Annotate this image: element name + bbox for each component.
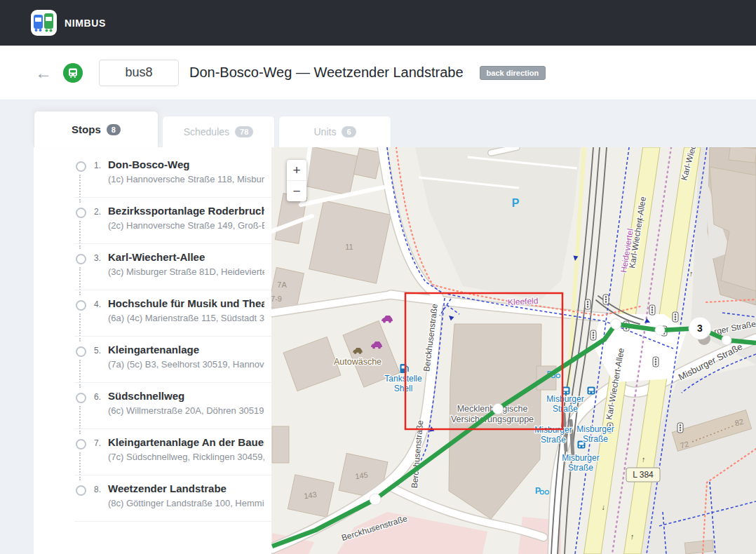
stop-index: 7. — [94, 438, 101, 448]
place-label-kleefeld: Kleefeld — [508, 296, 539, 307]
stop-address: (6c) Willmerstraße 20A, Döhren 30519, H.… — [108, 405, 264, 416]
stop-row-5[interactable]: 5. Kleingartenanlage (7a) (5c) B3, Seelh… — [34, 337, 271, 383]
map-zoom-control: + − — [287, 160, 306, 201]
stop-name: Kleingartenanlage An der Bauerwie... — [108, 436, 264, 448]
traffic-signal-icon — [653, 357, 659, 367]
poi-label-tankstelle: Tankstelle — [384, 374, 422, 384]
tab-units-count: 6 — [342, 126, 356, 137]
parking-icon: P — [512, 197, 520, 209]
traffic-signal-icon — [649, 305, 655, 315]
transit-stop-label: Straße — [583, 434, 608, 444]
map-canvas[interactable]: + − — [271, 147, 756, 554]
nimbus-logo-icon — [34, 13, 54, 32]
transit-stop-label: Misburger — [562, 453, 599, 463]
stop-name: Hochschule für Musik und Theater ... — [108, 297, 264, 309]
stop-row-2[interactable]: 2. Bezirkssportanlage Roderbruch (2c) Ha… — [34, 198, 271, 244]
route-header: ← Don-Bosco-Weg — Weetzender Landstrabe … — [0, 46, 756, 100]
stop-address: (7a) (5c) B3, Seelhorst 30519, Hannover,… — [108, 359, 264, 370]
tab-schedules-label: Schedules — [184, 126, 229, 137]
topbar: NIMBUS — [0, 0, 756, 46]
stop-address: (6a) (4c) Marienstraße 115, Südstadt 301… — [108, 313, 264, 323]
tab-stops-count: 8 — [107, 124, 121, 135]
oneway-arrow: ← — [637, 214, 647, 224]
stop-row-7[interactable]: 7. Kleingartenanlage An der Bauerwie... … — [34, 429, 271, 475]
nimbus-app: NIMBUS ← Don-Bosco-Weg — Weetzender Land… — [0, 0, 756, 554]
stop-circle-icon — [76, 300, 86, 311]
direction-badge: back direction — [480, 66, 546, 80]
page-title: Don-Bosco-Weg — Weetzender Landstrabe — [189, 65, 464, 81]
bus-icon — [63, 63, 83, 83]
poi-label-autowaesche: Autowäsche — [334, 357, 382, 367]
road-ref-badge: L 384 — [626, 468, 660, 482]
transit-stop-label: Straße — [568, 463, 593, 473]
tab-schedules[interactable]: Schedules 78 — [162, 116, 275, 147]
poi-label-tankstelle: Shell — [394, 384, 413, 393]
traffic-signal-icon — [603, 295, 609, 304]
poi-label-versicherung: Versicherungsgruppe — [451, 414, 534, 424]
traffic-signal-icon — [677, 423, 683, 433]
house-number: 143 — [304, 490, 318, 500]
stops-panel: 1. Don-Bosco-Weg (1c) Hannoversche Straß… — [34, 147, 271, 554]
stop-circle-icon — [76, 439, 86, 450]
brand-name: NIMBUS — [65, 18, 106, 29]
tab-units-label: Units — [313, 126, 336, 137]
stop-index: 4. — [94, 299, 101, 309]
transit-stop-label: Misburger — [576, 424, 614, 434]
zoom-out-button[interactable]: − — [287, 180, 306, 201]
traffic-signal-icon — [585, 299, 590, 309]
stop-circle-icon — [76, 161, 86, 172]
tab-units[interactable]: Units 6 — [278, 116, 391, 147]
route-code-input[interactable] — [99, 60, 179, 86]
tab-schedules-count: 78 — [235, 126, 253, 137]
stop-row-3[interactable]: 3. Karl-Wiechert-Allee (3c) Misburger St… — [34, 244, 271, 290]
stop-name: Südschnellweg — [108, 390, 264, 402]
house-number: 145 — [355, 471, 369, 480]
stop-row-4[interactable]: 4. Hochschule für Musik und Theater ... … — [34, 290, 271, 337]
tab-bar: Stops 8 Schedules 78 Units 6 — [34, 111, 391, 147]
stop-name: Karl-Wiechert-Allee — [108, 251, 264, 263]
stop-row-8[interactable]: 8. Weetzender Landstrabe (8c) Göttinger … — [34, 475, 271, 522]
tab-stops[interactable]: Stops 8 — [34, 111, 158, 147]
road-ref-label: L 384 — [633, 470, 654, 480]
stop-name: Bezirkssportanlage Roderbruch — [108, 205, 264, 217]
stop-circle-icon — [76, 346, 86, 357]
stop-index: 3. — [94, 253, 101, 263]
transit-stop-label: Misburger — [546, 394, 583, 404]
stop-index: 5. — [94, 346, 101, 356]
back-button[interactable]: ← — [35, 65, 52, 81]
traffic-signal-icon — [673, 312, 678, 322]
stop-address: (3c) Misburger Straße 81D, Heideviertel … — [108, 266, 264, 277]
tab-stops-label: Stops — [72, 123, 101, 135]
nimbus-logo[interactable] — [31, 10, 57, 36]
stop-index: 8. — [94, 485, 101, 494]
stop-address: (8c) Göttinger Landstraße 100, Hemminge.… — [108, 498, 264, 508]
stop-name: Don-Bosco-Weg — [108, 158, 264, 170]
stops-list: 1. Don-Bosco-Weg (1c) Hannoversche Straß… — [34, 147, 271, 522]
parking-icon: P — [535, 486, 541, 496]
stop-address: (1c) Hannoversche Straße 118, Misburg-N.… — [108, 174, 264, 184]
house-number: 11 — [345, 243, 353, 251]
traffic-signal-icon — [590, 330, 596, 340]
stop-index: 6. — [94, 392, 101, 402]
stop-row-1[interactable]: 1. Don-Bosco-Weg (1c) Hannoversche Straß… — [34, 151, 271, 198]
transit-stop-label: Straße — [541, 435, 566, 445]
stop-index: 1. — [94, 161, 101, 170]
stop-marker-3[interactable]: 3 — [689, 317, 711, 339]
stop-name: Kleingartenanlage — [108, 344, 264, 356]
stop-index: 2. — [94, 207, 101, 217]
zoom-in-button[interactable]: + — [287, 160, 306, 180]
bus-stop-icon — [588, 387, 595, 395]
stop-row-6[interactable]: 6. Südschnellweg (6c) Willmerstraße 20A,… — [34, 383, 271, 429]
house-number: 7A — [277, 281, 287, 289]
map-svg: Kleefeld Heideviertel Berckhusenstraße B… — [271, 147, 756, 554]
stop-circle-icon — [76, 485, 86, 496]
transit-stop-label: Straße — [553, 404, 578, 414]
house-number: 7-9 — [271, 295, 282, 303]
stop-circle-icon — [76, 254, 86, 264]
stop-circle-icon — [76, 208, 86, 218]
stop-name: Weetzender Landstrabe — [108, 482, 264, 494]
stop-circle-icon — [76, 393, 86, 403]
stop-address: (2c) Hannoversche Straße 149, Groß-Buc..… — [108, 220, 264, 231]
stop-address: (7c) Südschnellweg, Ricklingen 30459, Ha… — [108, 452, 264, 462]
stop-marker-3-label: 3 — [697, 323, 703, 334]
